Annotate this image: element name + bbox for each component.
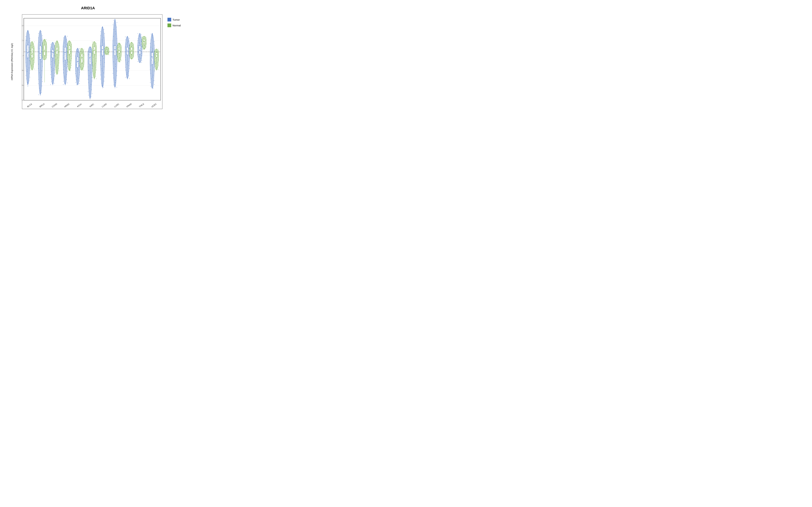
- svg-point-529: [113, 36, 114, 37]
- svg-point-429: [95, 46, 95, 46]
- svg-point-114: [39, 49, 39, 49]
- svg-point-178: [51, 61, 52, 62]
- svg-point-154: [44, 41, 45, 41]
- svg-point-703: [143, 38, 144, 39]
- svg-point-426: [94, 49, 95, 50]
- svg-point-612: [133, 58, 133, 58]
- svg-rect-365: [89, 53, 91, 65]
- svg-point-38: [27, 58, 27, 59]
- svg-point-558: [118, 51, 119, 51]
- svg-point-86: [30, 43, 31, 43]
- svg-point-289: [70, 46, 71, 47]
- svg-point-239: [67, 71, 67, 71]
- svg-point-545: [120, 59, 121, 59]
- svg-point-339: [84, 66, 84, 67]
- svg-point-334: [84, 70, 84, 70]
- svg-point-446: [102, 70, 103, 71]
- svg-point-146: [45, 46, 46, 47]
- svg-point-105: [38, 68, 39, 69]
- svg-point-122: [41, 31, 42, 32]
- y-axis-label: mRNA Expression (RNASeq V2, log2): [10, 14, 13, 109]
- svg-point-381: [92, 77, 92, 78]
- svg-point-232: [67, 82, 67, 83]
- svg-point-658: [139, 49, 140, 50]
- svg-point-198: [55, 72, 55, 72]
- svg-point-732: [153, 54, 153, 55]
- svg-point-438: [103, 87, 104, 88]
- svg-point-200: [55, 69, 55, 70]
- svg-point-242: [64, 66, 65, 66]
- svg-point-269: [67, 66, 68, 67]
- svg-point-423: [93, 53, 93, 54]
- svg-point-431: [96, 43, 97, 44]
- svg-point-180: [53, 58, 53, 59]
- svg-point-522: [114, 52, 114, 53]
- svg-point-215: [58, 52, 58, 53]
- svg-point-287: [69, 48, 69, 49]
- svg-point-100: [38, 79, 39, 79]
- svg-point-449: [100, 64, 101, 65]
- svg-point-61: [33, 67, 34, 67]
- svg-rect-641: [139, 46, 141, 54]
- svg-point-551: [117, 55, 117, 56]
- svg-point-301: [79, 83, 80, 83]
- svg-point-570: [118, 43, 118, 44]
- svg-point-257: [65, 41, 65, 41]
- svg-point-243: [65, 64, 65, 65]
- svg-point-348: [82, 59, 83, 60]
- svg-point-717: [150, 82, 150, 83]
- svg-point-756: [158, 64, 158, 65]
- svg-point-382: [89, 75, 89, 76]
- svg-point-163: [54, 83, 55, 83]
- svg-point-765: [156, 58, 157, 58]
- svg-point-526: [116, 43, 117, 44]
- svg-point-371: [88, 95, 89, 95]
- svg-point-705: [142, 37, 142, 38]
- svg-point-581: [128, 71, 129, 72]
- svg-point-576: [129, 78, 130, 79]
- svg-point-275: [70, 60, 71, 61]
- svg-point-375: [89, 88, 90, 88]
- svg-point-728: [152, 62, 153, 62]
- svg-point-461: [102, 40, 102, 40]
- svg-point-656: [140, 51, 140, 52]
- svg-point-355: [84, 54, 84, 55]
- svg-point-633: [133, 46, 133, 46]
- svg-point-139: [45, 51, 45, 52]
- svg-point-362: [84, 49, 84, 49]
- svg-point-37: [29, 60, 30, 61]
- svg-point-693: [143, 43, 143, 43]
- svg-point-75: [32, 53, 33, 54]
- svg-point-118: [42, 40, 42, 40]
- svg-point-32: [28, 69, 28, 70]
- svg-point-153: [45, 41, 46, 42]
- svg-point-582: [125, 70, 126, 70]
- svg-point-345: [81, 61, 81, 62]
- svg-point-520: [112, 57, 113, 57]
- svg-point-452: [103, 58, 104, 59]
- svg-point-174: [51, 67, 52, 68]
- svg-point-173: [53, 68, 54, 69]
- svg-point-315: [79, 66, 79, 66]
- svg-point-508: [113, 85, 114, 85]
- svg-point-541: [120, 62, 120, 62]
- svg-point-359: [81, 51, 81, 52]
- svg-point-527: [113, 41, 113, 41]
- svg-point-762: [154, 60, 155, 60]
- svg-point-28: [30, 77, 30, 77]
- svg-point-759: [157, 62, 158, 62]
- svg-point-300: [76, 84, 77, 85]
- svg-point-596: [126, 50, 127, 50]
- svg-point-737: [154, 45, 154, 46]
- svg-point-601: [127, 43, 128, 43]
- svg-point-279: [70, 56, 71, 57]
- svg-point-306: [78, 77, 78, 77]
- svg-point-42: [28, 51, 29, 52]
- svg-point-477: [106, 53, 107, 54]
- svg-point-388: [92, 65, 92, 65]
- svg-point-773: [157, 52, 157, 52]
- svg-point-62: [31, 66, 32, 66]
- svg-point-631: [131, 47, 131, 47]
- svg-point-326: [78, 52, 79, 53]
- svg-point-353: [83, 56, 83, 56]
